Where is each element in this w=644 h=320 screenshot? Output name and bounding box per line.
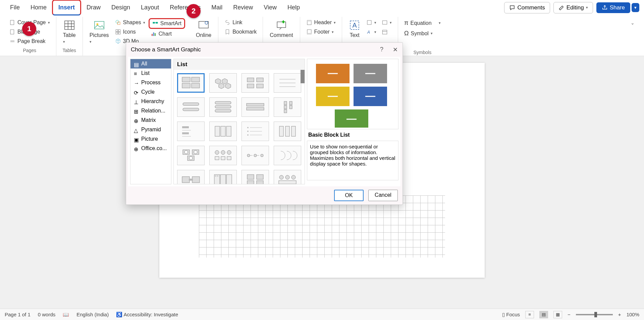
smartart-thumb[interactable] — [241, 146, 269, 165]
shapes-button[interactable]: Shapes▾ — [113, 18, 147, 27]
svg-point-67 — [247, 134, 249, 136]
smartart-thumb[interactable] — [241, 122, 269, 141]
tab-help[interactable]: Help — [282, 1, 305, 14]
smartart-thumb[interactable] — [209, 170, 237, 184]
quick-parts-button[interactable]: ▾ — [364, 18, 378, 27]
smartart-thumb[interactable] — [274, 122, 301, 141]
category-cycle[interactable]: ⟳Cycle — [130, 87, 171, 97]
smartart-thumb[interactable] — [177, 122, 205, 141]
category-matrix[interactable]: ⊕Matrix — [130, 116, 171, 125]
bookmark-button[interactable]: Bookmark — [222, 28, 259, 36]
smartart-thumb[interactable] — [177, 97, 205, 117]
cancel-button[interactable]: Cancel — [368, 190, 398, 201]
smartart-button[interactable]: SmartArt — [149, 18, 185, 29]
smartart-thumb[interactable] — [241, 73, 269, 93]
tab-view[interactable]: View — [258, 1, 282, 14]
share-button[interactable]: Share — [596, 2, 630, 13]
tab-home[interactable]: Home — [25, 1, 52, 14]
smartart-thumb[interactable] — [209, 122, 237, 141]
smartart-thumb[interactable] — [177, 146, 205, 165]
svg-rect-44 — [183, 103, 199, 105]
table-button[interactable]: Table▾ — [60, 18, 78, 46]
smartart-thumb[interactable] — [274, 97, 301, 117]
category-relationship[interactable]: ⊞Relation... — [130, 106, 171, 116]
read-mode-button[interactable]: ≡ — [525, 311, 534, 318]
bookmark-icon — [224, 29, 230, 35]
ribbon-collapse-button[interactable]: ⌄ — [627, 17, 641, 56]
svg-marker-33 — [215, 79, 221, 84]
svg-rect-16 — [199, 21, 208, 28]
equation-button[interactable]: π Equation ▾ — [402, 18, 442, 28]
svg-rect-8 — [118, 30, 120, 32]
pictures-button[interactable]: Pictures▾ — [87, 18, 112, 46]
dialog-help-button[interactable]: ? — [380, 46, 383, 53]
zoom-level[interactable]: 100% — [627, 312, 639, 317]
editing-button[interactable]: Editing ▾ — [553, 2, 593, 13]
dialog-close-button[interactable]: ✕ — [393, 46, 398, 53]
smartart-thumb[interactable] — [177, 73, 205, 93]
tab-review[interactable]: Review — [228, 1, 258, 14]
svg-rect-58 — [182, 132, 189, 134]
status-page[interactable]: Page 1 of 1 — [5, 312, 31, 317]
print-layout-button[interactable]: ▤ — [539, 311, 548, 318]
date-time-button[interactable] — [380, 28, 394, 36]
page-break-button[interactable]: Page Break — [7, 37, 48, 46]
smartart-thumb[interactable] — [241, 97, 269, 117]
smartart-thumb[interactable] — [209, 146, 237, 165]
tab-draw[interactable]: Draw — [81, 1, 106, 14]
chart-button[interactable]: Chart — [149, 30, 185, 38]
link-button[interactable]: Link — [222, 18, 244, 27]
comments-button[interactable]: Comments — [504, 2, 550, 13]
pencil-icon — [558, 5, 565, 11]
category-office[interactable]: ⊕Office.co... — [130, 144, 171, 153]
category-hierarchy[interactable]: ⊥Hierarchy — [130, 97, 171, 106]
status-words[interactable]: 0 words — [38, 312, 56, 317]
category-pyramid[interactable]: △Pyramid — [130, 125, 171, 134]
svg-rect-45 — [183, 108, 199, 111]
tab-mailings[interactable]: Mail — [206, 1, 228, 14]
focus-mode-button[interactable]: ▯ Focus — [502, 312, 520, 318]
tab-layout[interactable]: Layout — [136, 1, 164, 14]
svg-rect-81 — [215, 156, 219, 160]
smartart-thumb[interactable] — [241, 170, 269, 184]
smartart-thumb[interactable] — [274, 73, 301, 93]
smartart-thumb[interactable] — [177, 170, 205, 184]
table-icon — [64, 19, 75, 31]
symbol-button[interactable]: Ω Symbol▾ — [402, 29, 435, 38]
preview-title: Basic Block List — [307, 132, 398, 138]
accessibility-icon: ♿ — [116, 312, 122, 317]
footer-button[interactable]: Footer▾ — [304, 28, 336, 36]
zoom-out-button[interactable]: − — [568, 312, 571, 317]
status-spellcheck-icon[interactable]: 📖 — [63, 312, 69, 318]
text-box-button[interactable]: A Text — [346, 18, 363, 40]
tab-design[interactable]: Design — [106, 1, 136, 14]
gallery-scrollbar[interactable] — [301, 70, 305, 83]
status-accessibility[interactable]: ♿ Accessibility: Investigate — [116, 312, 178, 318]
svg-rect-100 — [257, 181, 263, 184]
online-video-button[interactable]: Online — [193, 18, 214, 40]
smartart-thumb[interactable] — [274, 146, 301, 165]
category-list-item[interactable]: ≡List — [130, 68, 171, 78]
web-layout-button[interactable]: ▦ — [553, 311, 562, 318]
share-dropdown[interactable]: ▾ — [632, 3, 639, 12]
svg-rect-60 — [215, 126, 220, 136]
smartart-thumb[interactable] — [274, 170, 301, 184]
ok-button[interactable]: OK — [334, 190, 364, 201]
wordart-button[interactable]: A▾ — [364, 28, 378, 36]
category-all[interactable]: ▤All — [130, 59, 171, 68]
smartart-thumb[interactable] — [209, 73, 237, 93]
tab-insert[interactable]: Insert — [52, 0, 81, 15]
svg-point-17 — [205, 21, 208, 24]
category-picture[interactable]: ▣Picture — [130, 134, 171, 144]
category-process[interactable]: →Process — [130, 78, 171, 87]
drop-cap-button[interactable]: ▾ — [380, 18, 394, 27]
status-language[interactable]: English (India) — [76, 312, 109, 317]
zoom-slider[interactable] — [576, 314, 613, 315]
icons-button[interactable]: Icons — [113, 28, 147, 36]
comment-insert-button[interactable]: Comment — [267, 18, 296, 40]
svg-rect-14 — [153, 33, 154, 36]
header-button[interactable]: Header▾ — [304, 18, 338, 27]
zoom-in-button[interactable]: + — [618, 312, 621, 317]
smartart-thumb[interactable] — [209, 97, 237, 117]
tab-file[interactable]: File — [5, 1, 25, 14]
